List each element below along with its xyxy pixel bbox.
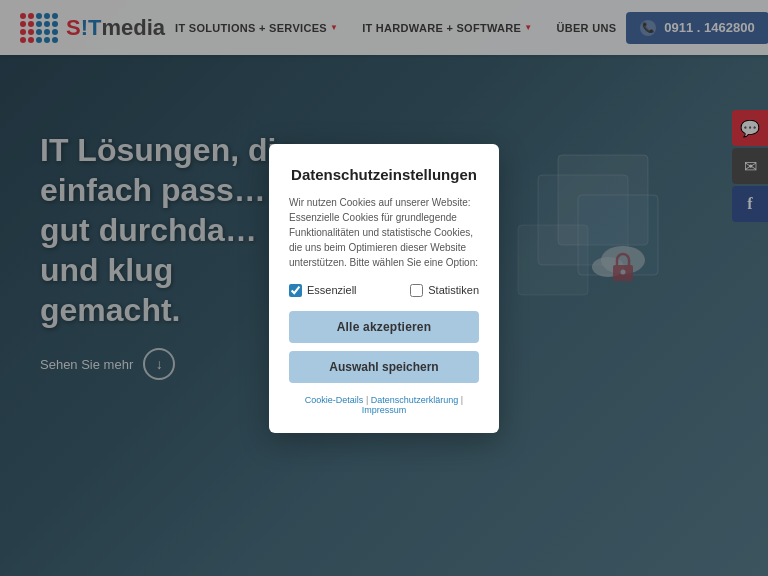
dialog-title: Datenschutzeinstellungen bbox=[289, 166, 479, 183]
cookie-dialog: Datenschutzeinstellungen Wir nutzen Cook… bbox=[269, 144, 499, 433]
accept-all-button[interactable]: Alle akzeptieren bbox=[289, 311, 479, 343]
link-separator-2: | bbox=[461, 395, 463, 405]
checkbox-row: Essenziell Statistiken bbox=[289, 284, 479, 297]
cookie-details-link[interactable]: Cookie-Details bbox=[305, 395, 364, 405]
imprint-link[interactable]: Impressum bbox=[362, 405, 407, 415]
checkbox-statistics-input[interactable] bbox=[410, 284, 423, 297]
checkbox-essential[interactable]: Essenziell bbox=[289, 284, 357, 297]
dialog-body: Wir nutzen Cookies auf unserer Website: … bbox=[289, 195, 479, 270]
dialog-links: Cookie-Details | Datenschutzerklärung | … bbox=[289, 395, 479, 415]
dialog-backdrop: Datenschutzeinstellungen Wir nutzen Cook… bbox=[0, 0, 768, 576]
checkbox-statistics[interactable]: Statistiken bbox=[410, 284, 479, 297]
checkbox-essential-input[interactable] bbox=[289, 284, 302, 297]
privacy-policy-link[interactable]: Datenschutzerklärung bbox=[371, 395, 459, 405]
save-selection-button[interactable]: Auswahl speichern bbox=[289, 351, 479, 383]
